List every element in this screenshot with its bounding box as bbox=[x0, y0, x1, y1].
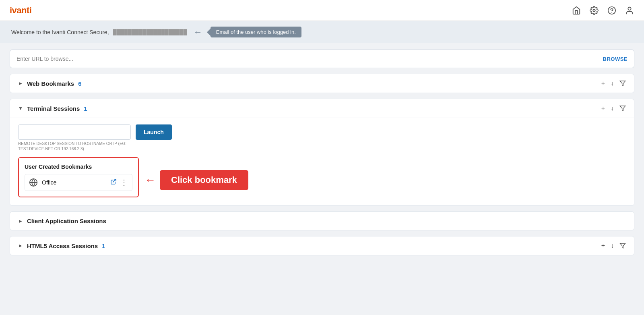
terminal-sessions-add-btn[interactable]: + bbox=[601, 105, 605, 112]
svg-marker-4 bbox=[620, 81, 625, 86]
web-bookmarks-chevron: ► bbox=[18, 81, 23, 86]
html5-access-sessions-add-btn[interactable]: + bbox=[601, 242, 605, 249]
html5-access-sessions-title: HTML5 Access Sessions bbox=[27, 242, 98, 249]
terminal-sessions-section: ▼ Terminal Sessions 1 + ↓ REMOTE DESKTOP… bbox=[10, 99, 634, 206]
web-bookmarks-header[interactable]: ► Web Bookmarks 6 + ↓ bbox=[10, 74, 634, 93]
svg-point-0 bbox=[593, 9, 595, 12]
html5-access-sessions-header-left: ► HTML5 Access Sessions 1 bbox=[18, 242, 105, 249]
external-link-icon[interactable] bbox=[110, 178, 117, 187]
annotation-row: ← Click bookmark bbox=[139, 170, 248, 190]
client-app-sessions-chevron: ► bbox=[18, 218, 23, 224]
terminal-sessions-header[interactable]: ▼ Terminal Sessions 1 + ↓ bbox=[10, 99, 634, 118]
client-app-sessions-title: Client Application Sessions bbox=[27, 218, 106, 224]
bookmark-name: Office bbox=[42, 179, 56, 186]
ucb-title: User Created Bookmarks bbox=[25, 164, 132, 170]
terminal-sessions-filter-btn[interactable] bbox=[619, 105, 626, 112]
html5-access-sessions-sort-btn[interactable]: ↓ bbox=[611, 242, 614, 249]
bookmark-item-office[interactable]: Office ⋮ bbox=[25, 174, 132, 191]
main-content: BROWSE ► Web Bookmarks 6 + ↓ ▼ Terminal … bbox=[0, 43, 644, 267]
globe-icon bbox=[29, 178, 38, 187]
web-bookmarks-title: Web Bookmarks bbox=[27, 80, 74, 87]
browse-button[interactable]: BROWSE bbox=[603, 56, 628, 62]
html5-access-sessions-header[interactable]: ► HTML5 Access Sessions 1 + ↓ bbox=[10, 236, 634, 255]
home-icon[interactable] bbox=[572, 6, 581, 15]
svg-point-3 bbox=[628, 7, 631, 10]
arrow-icon: ← bbox=[194, 27, 202, 37]
more-options-icon[interactable]: ⋮ bbox=[120, 178, 128, 187]
svg-marker-5 bbox=[620, 106, 625, 111]
terminal-sessions-chevron: ▼ bbox=[18, 106, 23, 111]
rdp-input-wrapper: REMOTE DESKTOP SESSION TO HOSTNAME OR IP… bbox=[18, 124, 131, 151]
rdp-input[interactable] bbox=[18, 124, 131, 140]
web-bookmarks-header-left: ► Web Bookmarks 6 bbox=[18, 80, 82, 87]
web-bookmarks-actions: + ↓ bbox=[601, 80, 626, 87]
launch-button[interactable]: Launch bbox=[136, 124, 172, 140]
client-app-sessions-header-left: ► Client Application Sessions bbox=[18, 218, 106, 224]
rdp-row: REMOTE DESKTOP SESSION TO HOSTNAME OR IP… bbox=[18, 124, 626, 151]
welcome-text: Welcome to the Ivanti Connect Secure, bbox=[11, 29, 109, 35]
terminal-sessions-title: Terminal Sessions bbox=[27, 105, 80, 112]
settings-icon[interactable] bbox=[589, 6, 599, 15]
url-bar-container: BROWSE bbox=[10, 50, 634, 68]
svg-marker-9 bbox=[620, 243, 625, 248]
terminal-sessions-count: 1 bbox=[84, 105, 87, 112]
help-icon[interactable] bbox=[607, 6, 617, 15]
html5-access-sessions-chevron: ► bbox=[18, 243, 23, 249]
html5-access-sessions-count: 1 bbox=[102, 242, 105, 249]
red-arrow-icon: ← bbox=[144, 174, 156, 187]
logo: ivanti bbox=[10, 5, 31, 16]
client-app-sessions-header[interactable]: ► Client Application Sessions bbox=[10, 212, 634, 230]
click-bookmark-callout: Click bookmark bbox=[160, 170, 248, 190]
welcome-banner: Welcome to the Ivanti Connect Secure, ██… bbox=[0, 21, 644, 43]
user-created-bookmarks: User Created Bookmarks Office bbox=[18, 157, 139, 197]
logo-text: ivanti bbox=[10, 5, 31, 15]
user-icon[interactable] bbox=[625, 6, 634, 15]
html5-access-sessions-actions: + ↓ bbox=[601, 242, 626, 249]
web-bookmarks-count: 6 bbox=[78, 80, 81, 87]
terminal-sessions-actions: + ↓ bbox=[601, 105, 626, 112]
rdp-hint: REMOTE DESKTOP SESSION TO HOSTNAME OR IP… bbox=[18, 141, 131, 151]
html5-access-sessions-filter-btn[interactable] bbox=[619, 242, 626, 249]
user-email: ████████████████████ bbox=[113, 29, 187, 35]
web-bookmarks-filter-btn[interactable] bbox=[619, 80, 626, 87]
bookmark-item-right: ⋮ bbox=[110, 178, 128, 187]
web-bookmarks-add-btn[interactable]: + bbox=[601, 80, 605, 87]
terminal-sessions-header-left: ▼ Terminal Sessions 1 bbox=[18, 105, 87, 112]
client-app-sessions-section: ► Client Application Sessions bbox=[10, 211, 634, 230]
bookmark-item-left: Office bbox=[29, 178, 56, 187]
html5-access-sessions-section: ► HTML5 Access Sessions 1 + ↓ bbox=[10, 236, 634, 255]
web-bookmarks-section: ► Web Bookmarks 6 + ↓ bbox=[10, 74, 634, 93]
terminal-sessions-body: REMOTE DESKTOP SESSION TO HOSTNAME OR IP… bbox=[10, 118, 634, 205]
web-bookmarks-sort-btn[interactable]: ↓ bbox=[611, 80, 614, 87]
terminal-sessions-sort-btn[interactable]: ↓ bbox=[611, 105, 614, 112]
nav-icons bbox=[572, 6, 634, 15]
email-tooltip: Email of the user who is logged in. bbox=[211, 27, 301, 37]
url-input[interactable] bbox=[17, 56, 603, 62]
top-nav: ivanti bbox=[0, 0, 644, 21]
svg-line-8 bbox=[113, 179, 116, 182]
